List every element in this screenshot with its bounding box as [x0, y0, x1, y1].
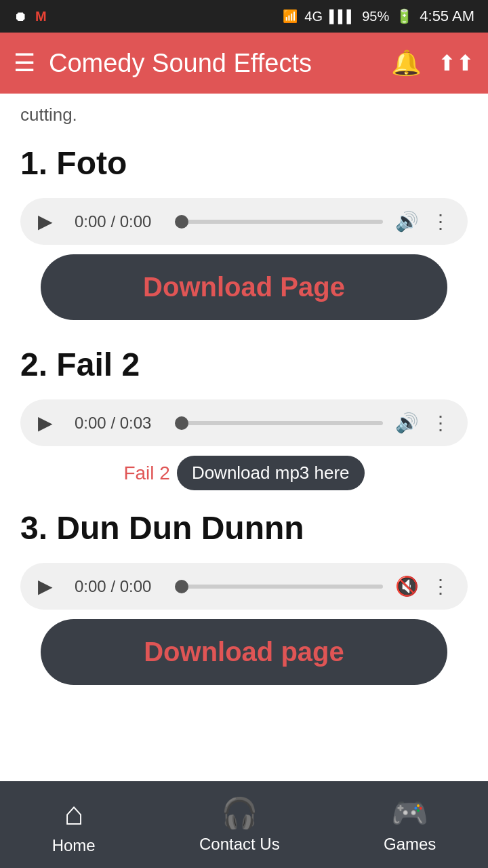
record-icon: ⏺	[14, 9, 27, 24]
contact-nav-icon	[221, 795, 258, 831]
status-bar: ⏺ M 📶 4G ▌▌▌ 95% 🔋 4:55 AM	[0, 0, 488, 33]
share-icon[interactable]: ⬆	[438, 50, 474, 76]
status-left: ⏺ M	[14, 9, 47, 24]
menu-icon[interactable]	[14, 49, 35, 77]
seek-dot-foto	[175, 215, 188, 229]
time: 4:55 AM	[420, 7, 474, 25]
play-button-dundun[interactable]	[38, 575, 62, 597]
audio-player-dundun: 0:00 / 0:00	[20, 563, 468, 610]
home-nav-icon	[64, 795, 83, 832]
download-button-dundun[interactable]: Download page	[41, 619, 447, 685]
games-nav-label: Games	[384, 835, 436, 854]
nav-item-contact[interactable]: Contact Us	[199, 795, 280, 854]
play-button-fail2[interactable]	[38, 412, 62, 434]
time-label-dundun: 0:00 / 0:00	[75, 577, 169, 596]
seek-bar-foto[interactable]	[182, 220, 383, 224]
volume-icon-foto[interactable]	[395, 210, 419, 233]
volume-icon-dundun[interactable]	[395, 575, 419, 597]
main-content: cutting. 1. Foto 0:00 / 0:00 Download Pa…	[0, 94, 488, 787]
download-link-row-fail2: Fail 2 Download mp3 here	[20, 456, 468, 490]
download-link-name-fail2: Fail 2	[123, 462, 169, 484]
battery-percent: 95%	[362, 9, 389, 24]
app-bar-right: ⬆	[391, 49, 474, 77]
section-title-fail2: 2. Fail 2	[0, 334, 488, 390]
sim-icon: 📶	[283, 9, 298, 24]
more-icon-fail2[interactable]	[431, 412, 450, 434]
contact-nav-label: Contact Us	[199, 835, 280, 854]
audio-player-foto: 0:00 / 0:00	[20, 198, 468, 245]
section-title-dundun: 3. Dun Dun Dunnn	[0, 497, 488, 553]
nav-item-games[interactable]: Games	[384, 795, 436, 854]
bell-icon[interactable]	[391, 49, 422, 77]
home-nav-label: Home	[52, 836, 96, 855]
audio-player-fail2: 0:00 / 0:03	[20, 399, 468, 446]
cutting-text: cutting.	[0, 94, 488, 132]
seek-bar-fail2[interactable]	[182, 421, 383, 425]
gmail-icon: M	[35, 9, 47, 24]
signal-type: 4G	[304, 9, 323, 24]
app-title: Comedy Sound Effects	[49, 49, 312, 78]
section-title-foto: 1. Foto	[0, 132, 488, 189]
play-button-foto[interactable]	[38, 210, 62, 233]
battery-icon: 🔋	[396, 8, 413, 24]
nav-item-home[interactable]: Home	[52, 795, 96, 855]
download-link-btn-fail2[interactable]: Download mp3 here	[177, 456, 365, 490]
app-bar: Comedy Sound Effects ⬆	[0, 33, 488, 94]
time-label-fail2: 0:00 / 0:03	[75, 414, 169, 433]
app-bar-left: Comedy Sound Effects	[14, 49, 312, 78]
more-icon-foto[interactable]	[431, 210, 450, 233]
signal-bars: ▌▌▌	[329, 9, 355, 24]
bottom-nav: Home Contact Us Games	[0, 781, 488, 868]
download-button-foto[interactable]: Download Page	[41, 254, 447, 320]
volume-icon-fail2[interactable]	[395, 412, 419, 434]
more-icon-dundun[interactable]	[431, 575, 450, 597]
seek-dot-fail2	[175, 416, 188, 430]
time-label-foto: 0:00 / 0:00	[75, 212, 169, 231]
seek-dot-dundun	[175, 580, 188, 593]
seek-bar-dundun[interactable]	[182, 585, 383, 589]
games-nav-icon	[391, 795, 428, 831]
status-right: 📶 4G ▌▌▌ 95% 🔋 4:55 AM	[283, 7, 474, 25]
